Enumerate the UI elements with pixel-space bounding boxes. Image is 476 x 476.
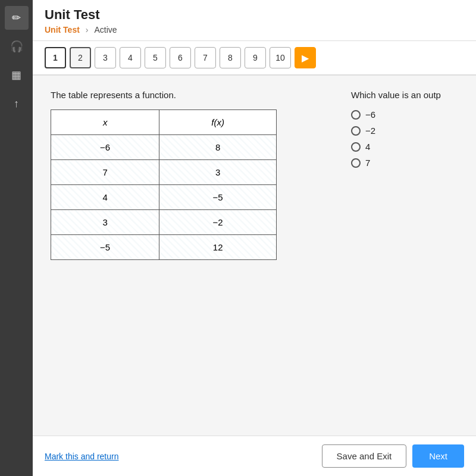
radio-option[interactable]: −2 (351, 126, 458, 136)
footer-buttons: Save and Exit Next (322, 444, 464, 468)
breadcrumb: Unit Test › Active (45, 25, 464, 35)
pencil-icon[interactable]: ✏ (5, 6, 29, 30)
radio-circle (351, 142, 361, 152)
question-btn-1[interactable]: 1 (45, 47, 66, 68)
content-area: The table represents a function. x f(x) … (33, 76, 476, 436)
left-content: The table represents a function. x f(x) … (51, 90, 339, 421)
breadcrumb-status: Active (95, 25, 117, 35)
question-btn-9[interactable]: 9 (245, 47, 266, 68)
question-btn-5[interactable]: 5 (145, 47, 166, 68)
calculator-icon[interactable]: ▦ (5, 63, 29, 87)
breadcrumb-separator: › (86, 25, 89, 35)
radio-label: 7 (365, 158, 370, 168)
footer: Mark this and return Save and Exit Next (33, 436, 476, 476)
question-btn-10[interactable]: 10 (270, 47, 291, 68)
table-cell-x: 3 (51, 210, 159, 235)
headphones-icon[interactable]: 🎧 (5, 35, 29, 58)
table-row: 7 3 (51, 160, 277, 185)
table-cell-x: 4 (51, 185, 159, 210)
table-cell-fx: −5 (159, 185, 277, 210)
question-left-text: The table represents a function. (51, 90, 339, 100)
table-header-fx: f(x) (159, 110, 277, 135)
function-table: x f(x) −6 8 7 3 4 −5 3 −2 −5 12 (51, 109, 277, 260)
question-btn-8[interactable]: 8 (220, 47, 241, 68)
table-row: −5 12 (51, 235, 277, 260)
radio-label: −2 (365, 126, 375, 136)
table-cell-x: −6 (51, 135, 159, 160)
radio-option[interactable]: −6 (351, 109, 458, 120)
question-nav: 1 2 3 4 5 6 7 8 9 10 ▶ (33, 41, 476, 76)
table-cell-fx: 12 (159, 235, 277, 260)
next-button[interactable]: Next (412, 444, 464, 468)
table-row: −6 8 (51, 135, 277, 160)
breadcrumb-link[interactable]: Unit Test (45, 25, 80, 35)
question-btn-6[interactable]: 6 (170, 47, 191, 68)
mark-return-link[interactable]: Mark this and return (45, 452, 119, 461)
question-right-text: Which value is an outp (351, 90, 458, 100)
page-title: Unit Test (45, 7, 464, 23)
table-cell-x: 7 (51, 160, 159, 185)
table-cell-fx: 3 (159, 160, 277, 185)
table-cell-fx: 8 (159, 135, 277, 160)
sidebar: ✏ 🎧 ▦ ↑ (0, 0, 33, 476)
answer-options: −6 −2 4 7 (351, 109, 458, 168)
save-exit-button[interactable]: Save and Exit (322, 444, 407, 468)
question-btn-4[interactable]: 4 (120, 47, 141, 68)
question-btn-3[interactable]: 3 (95, 47, 116, 68)
radio-circle (351, 110, 361, 120)
radio-circle (351, 126, 361, 136)
table-cell-fx: −2 (159, 210, 277, 235)
play-button[interactable]: ▶ (295, 47, 316, 68)
radio-label: −6 (365, 109, 375, 120)
radio-option[interactable]: 7 (351, 158, 458, 168)
arrow-up-icon[interactable]: ↑ (5, 92, 29, 115)
table-header-x: x (51, 110, 159, 135)
question-btn-2[interactable]: 2 (70, 47, 91, 68)
radio-option[interactable]: 4 (351, 142, 458, 152)
table-row: 4 −5 (51, 185, 277, 210)
question-btn-7[interactable]: 7 (195, 47, 216, 68)
table-cell-x: −5 (51, 235, 159, 260)
header: Unit Test Unit Test › Active (33, 0, 476, 41)
main-content: Unit Test Unit Test › Active 1 2 3 4 5 6… (33, 0, 476, 476)
right-content: Which value is an outp −6 −2 4 7 (351, 90, 458, 421)
table-row: 3 −2 (51, 210, 277, 235)
radio-circle (351, 158, 361, 168)
radio-label: 4 (365, 142, 370, 152)
